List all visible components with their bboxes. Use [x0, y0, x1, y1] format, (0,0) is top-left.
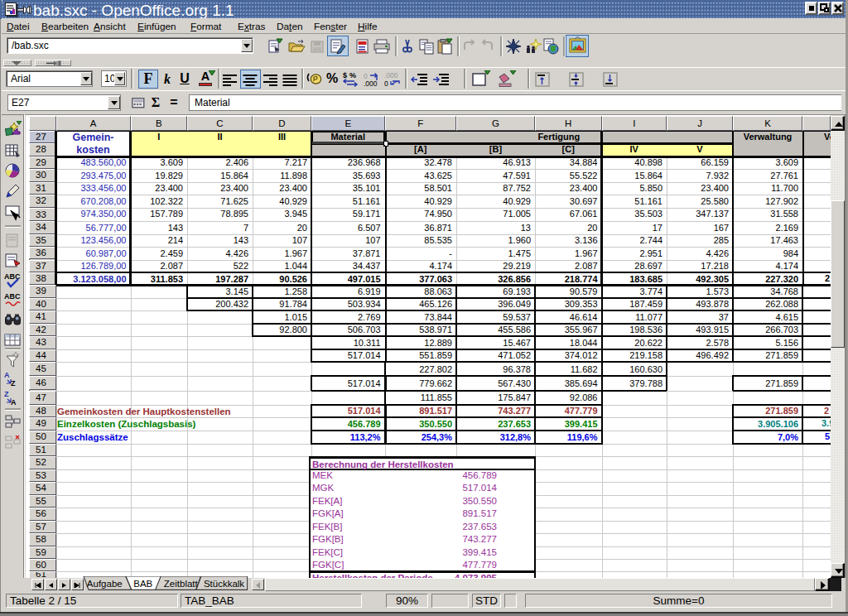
svg-text:A: A [4, 371, 10, 379]
svg-text:%: % [349, 71, 356, 79]
svg-text:.000: .000 [364, 79, 378, 87]
svg-text:A: A [11, 398, 17, 407]
svg-text:Z: Z [11, 379, 16, 387]
svg-text:ABC: ABC [4, 292, 21, 301]
svg-text:0: 0 [384, 79, 388, 87]
svg-text:.000: .000 [384, 71, 398, 79]
svg-text:Z: Z [4, 390, 9, 398]
svg-text:$: $ [343, 71, 347, 79]
